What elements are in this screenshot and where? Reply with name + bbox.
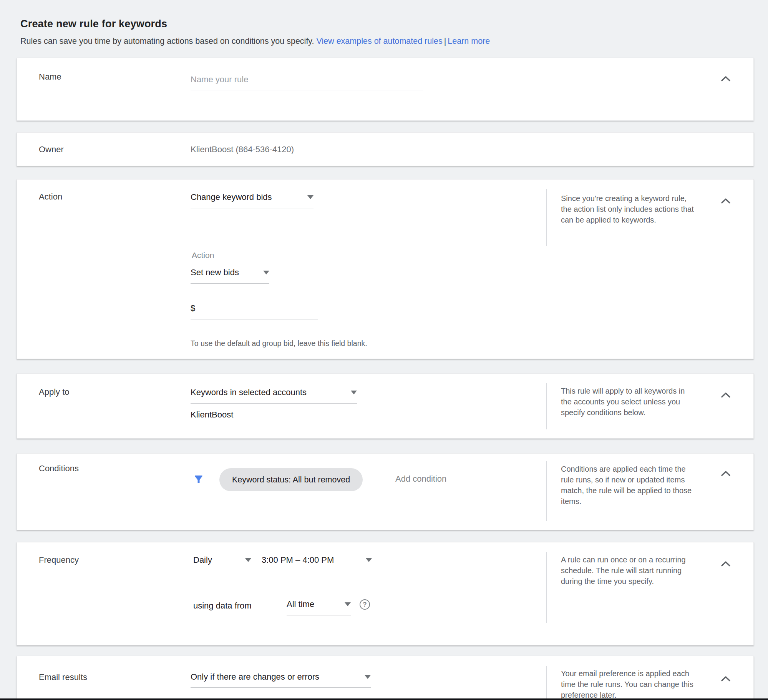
create-rule-page: Create new rule for keywords Rules can s… xyxy=(0,0,768,700)
chevron-up-icon xyxy=(720,392,731,399)
action-type-value: Change keyword bids xyxy=(191,192,272,202)
subtitle-text: Rules can save you time by automating ac… xyxy=(20,37,314,46)
bid-helper-text: To use the default ad group bid, leave t… xyxy=(191,339,367,348)
collapse-email-button[interactable] xyxy=(718,673,733,685)
data-range-value: All time xyxy=(287,599,314,609)
chevron-down-icon xyxy=(345,602,351,606)
apply-to-label: Apply to xyxy=(39,387,70,397)
action-note-text: Since you're creating a keyword rule, th… xyxy=(561,189,696,225)
chevron-up-icon xyxy=(720,75,731,83)
filter-icon[interactable] xyxy=(193,474,204,487)
view-examples-link[interactable]: View examples of automated rules xyxy=(316,37,442,46)
frequency-section-card: Frequency Daily 3:00 PM – 4:00 PM using … xyxy=(17,542,754,645)
chevron-down-icon xyxy=(307,195,314,199)
owner-section-card: Owner KlientBoost (864-536-4120) xyxy=(17,132,754,166)
bid-action-value: Set new bids xyxy=(191,268,239,278)
frequency-note-text: A rule can run once or on a recurring sc… xyxy=(561,552,696,587)
page-title: Create new rule for keywords xyxy=(20,18,768,30)
bid-action-select[interactable]: Set new bids xyxy=(191,262,269,284)
name-label: Name xyxy=(39,71,61,82)
collapse-name-button[interactable] xyxy=(718,73,733,85)
data-range-select[interactable]: All time xyxy=(287,594,351,615)
chevron-down-icon xyxy=(351,391,357,394)
apply-to-account: KlientBoost xyxy=(191,410,233,420)
frequency-interval-select[interactable]: Daily xyxy=(193,549,251,571)
learn-more-link[interactable]: Learn more xyxy=(448,37,490,46)
page-header: Create new rule for keywords Rules can s… xyxy=(0,0,768,47)
owner-label: Owner xyxy=(39,144,64,155)
conditions-note-text: Conditions are applied each time the rul… xyxy=(561,461,696,507)
currency-symbol: $ xyxy=(191,303,195,313)
collapse-apply-to-button[interactable] xyxy=(718,390,733,401)
email-results-section-card: Email results Only if there are changes … xyxy=(17,656,754,700)
frequency-interval-value: Daily xyxy=(193,555,212,565)
collapse-conditions-button[interactable] xyxy=(718,468,733,480)
apply-to-side-note: This rule will apply to all keywords in … xyxy=(546,383,730,429)
frequency-time-select[interactable]: 3:00 PM – 4:00 PM xyxy=(262,549,372,571)
conditions-label: Conditions xyxy=(39,463,79,474)
owner-value: KlientBoost (864-536-4120) xyxy=(191,144,294,155)
bid-amount-field[interactable]: $ xyxy=(191,298,318,319)
help-icon[interactable]: ? xyxy=(360,599,370,610)
action-side-note: Since you're creating a keyword rule, th… xyxy=(546,189,730,246)
chevron-up-icon xyxy=(720,675,731,683)
email-results-label: Email results xyxy=(39,672,87,683)
link-separator: | xyxy=(443,37,448,46)
name-section-card: Name xyxy=(17,58,754,121)
condition-chip[interactable]: Keyword status: All but removed xyxy=(219,468,363,491)
chevron-down-icon xyxy=(245,558,251,562)
chevron-up-icon xyxy=(720,470,731,478)
email-results-select[interactable]: Only if there are changes or errors xyxy=(191,666,371,688)
action-label: Action xyxy=(39,191,62,202)
action-section-card: Action Change keyword bids Action Set ne… xyxy=(17,179,754,359)
apply-to-note-text: This rule will apply to all keywords in … xyxy=(561,383,696,418)
frequency-label: Frequency xyxy=(39,555,79,565)
collapse-frequency-button[interactable] xyxy=(718,559,733,570)
action-type-select[interactable]: Change keyword bids xyxy=(191,186,314,208)
rule-name-input[interactable] xyxy=(191,69,423,90)
collapse-action-button[interactable] xyxy=(718,196,733,207)
using-data-from-label: using data from xyxy=(193,601,252,611)
chevron-up-icon xyxy=(720,560,731,568)
conditions-section-card: Conditions Keyword status: All but remov… xyxy=(17,453,754,530)
chevron-up-icon xyxy=(720,198,731,205)
rule-form: Name Owner KlientBoost (864-536-4120) Ac… xyxy=(17,58,754,700)
email-side-note: Your email preference is applied each ti… xyxy=(546,666,730,700)
condition-chip-label: Keyword status: All but removed xyxy=(232,475,350,485)
frequency-time-value: 3:00 PM – 4:00 PM xyxy=(262,555,334,565)
screenshot-bottom-edge xyxy=(0,698,768,700)
chevron-down-icon xyxy=(263,271,269,274)
apply-to-select[interactable]: Keywords in selected accounts xyxy=(191,382,357,404)
frequency-side-note: A rule can run once or on a recurring sc… xyxy=(546,552,730,623)
help-glyph: ? xyxy=(363,601,367,609)
page-subtitle: Rules can save you time by automating ac… xyxy=(20,36,768,47)
add-condition-button[interactable]: Add condition xyxy=(395,474,446,484)
email-results-value: Only if there are changes or errors xyxy=(191,672,319,682)
chevron-down-icon xyxy=(365,675,371,679)
action-sub-label: Action xyxy=(192,251,214,260)
email-note-text: Your email preference is applied each ti… xyxy=(561,666,696,700)
chevron-down-icon xyxy=(366,558,372,562)
apply-to-section-card: Apply to Keywords in selected accounts K… xyxy=(17,373,754,439)
conditions-side-note: Conditions are applied each time the rul… xyxy=(546,461,730,521)
apply-to-value: Keywords in selected accounts xyxy=(191,387,307,397)
